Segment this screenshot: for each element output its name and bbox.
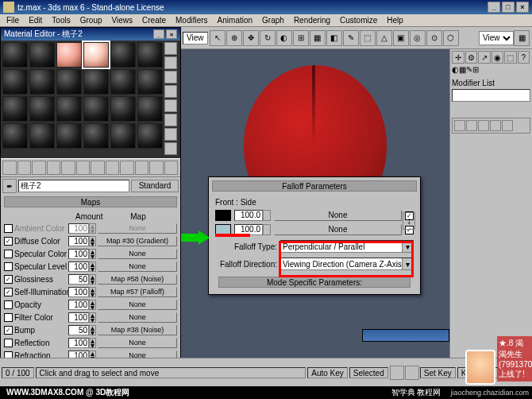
material-swatch[interactable] bbox=[137, 42, 163, 68]
modifier-stack-button[interactable] bbox=[502, 120, 513, 131]
map-amount-input[interactable]: 100 bbox=[68, 338, 89, 348]
material-swatch[interactable] bbox=[2, 123, 28, 149]
spinner[interactable]: ▴▾ bbox=[89, 223, 96, 234]
swatch-tool-button[interactable] bbox=[164, 85, 177, 98]
menu-animation[interactable]: Animation bbox=[213, 16, 257, 25]
maps-rollout-title[interactable]: Maps bbox=[4, 196, 177, 207]
map-slot-button[interactable]: Map #38 (Noise) bbox=[98, 325, 177, 335]
spinner[interactable]: ▴▾ bbox=[89, 274, 96, 285]
material-tool-button[interactable] bbox=[17, 161, 32, 175]
material-swatch[interactable] bbox=[83, 42, 109, 68]
map-slot-button[interactable]: None bbox=[98, 312, 177, 323]
material-tool-button[interactable] bbox=[47, 161, 61, 175]
maximize-button[interactable]: □ bbox=[502, 2, 515, 13]
menu-rendering[interactable]: Rendering bbox=[289, 16, 335, 25]
close-button[interactable]: × bbox=[516, 2, 529, 13]
timeline-slider[interactable] bbox=[362, 329, 449, 342]
material-tool-button[interactable] bbox=[91, 161, 105, 175]
map-checkbox[interactable] bbox=[4, 250, 13, 258]
auto-key-button[interactable]: Auto Key bbox=[307, 367, 348, 378]
falloff-type-dropdown[interactable]: Perpendicular / Parallel ▾ bbox=[280, 240, 414, 253]
spinner[interactable]: ▴▾ bbox=[89, 249, 96, 259]
swatch-tool-button[interactable] bbox=[164, 114, 177, 126]
map-checkbox[interactable]: ✓ bbox=[4, 326, 13, 335]
viewport-tool-button[interactable]: ◐ bbox=[276, 30, 292, 46]
map-checkbox[interactable]: ✓ bbox=[4, 275, 13, 284]
menu-edit[interactable]: Edit bbox=[24, 16, 47, 25]
spinner[interactable]: ▴▾ bbox=[89, 287, 96, 297]
map-checkbox[interactable] bbox=[4, 262, 13, 271]
material-swatch[interactable] bbox=[56, 96, 82, 122]
menu-graph[interactable]: Graph bbox=[257, 16, 289, 25]
material-swatch[interactable] bbox=[2, 96, 28, 122]
material-tool-button[interactable] bbox=[32, 161, 46, 175]
material-tool-button[interactable] bbox=[106, 161, 120, 175]
material-tool-button[interactable] bbox=[120, 161, 134, 175]
material-tool-button[interactable] bbox=[76, 161, 91, 175]
command-panel-tab[interactable]: ⚙ bbox=[465, 51, 478, 64]
viewport-tool-button[interactable]: ⊞ bbox=[293, 30, 309, 46]
map-amount-input[interactable]: 50 bbox=[68, 325, 89, 335]
material-swatch[interactable] bbox=[110, 69, 136, 95]
menu-tools[interactable]: Tools bbox=[47, 16, 75, 25]
qq-avatar-icon[interactable] bbox=[465, 350, 495, 385]
material-tool-button[interactable] bbox=[149, 161, 164, 175]
map-amount-input[interactable]: 100 bbox=[68, 287, 89, 297]
map-amount-input[interactable]: 50 bbox=[68, 274, 89, 285]
menu-views[interactable]: Views bbox=[107, 16, 138, 25]
material-swatch[interactable] bbox=[110, 42, 136, 68]
viewport-tool-button[interactable]: ▦ bbox=[310, 30, 326, 46]
menu-create[interactable]: Create bbox=[137, 16, 171, 25]
viewport-tool-button[interactable]: ⬡ bbox=[443, 30, 459, 46]
map-slot-button[interactable]: Map #57 (Falloff) bbox=[98, 287, 177, 297]
key-button[interactable] bbox=[405, 366, 419, 380]
spinner[interactable]: ▴▾ bbox=[89, 312, 96, 323]
swatch-tool-button[interactable] bbox=[164, 42, 177, 55]
map-slot-button[interactable]: None bbox=[98, 300, 177, 310]
qq-notification[interactable]: ★.8 渴渴先生 (799137084)上线了! bbox=[497, 336, 532, 382]
material-type-button[interactable]: Standard bbox=[131, 180, 179, 192]
map-amount-input[interactable]: 100 bbox=[68, 223, 89, 234]
material-name-input[interactable] bbox=[18, 180, 129, 192]
viewport-config-button[interactable]: ▦ bbox=[514, 30, 530, 46]
map-checkbox[interactable] bbox=[4, 224, 13, 233]
command-panel-tab[interactable]: ⬚ bbox=[504, 51, 517, 64]
material-swatch[interactable] bbox=[56, 69, 82, 95]
viewport-tool-button[interactable]: ⊙ bbox=[426, 30, 442, 46]
command-panel-subtab[interactable]: ✎ bbox=[466, 65, 472, 74]
falloff-direction-dropdown[interactable]: Viewing Direction (Camera Z-Axis) ▾ bbox=[280, 258, 414, 270]
set-key-button[interactable]: Set Key bbox=[420, 367, 456, 378]
material-swatch[interactable] bbox=[137, 69, 163, 95]
swatch-tool-button[interactable] bbox=[164, 142, 177, 155]
map-amount-input[interactable]: 100 bbox=[68, 236, 89, 246]
map-slot-button[interactable]: None bbox=[98, 223, 177, 234]
viewport-tool-button[interactable]: ◎ bbox=[410, 30, 426, 46]
viewport-tool-button[interactable]: ✥ bbox=[243, 30, 259, 46]
falloff-map-button[interactable]: None bbox=[274, 224, 402, 235]
modifier-stack-button[interactable] bbox=[466, 120, 477, 131]
material-swatch[interactable] bbox=[83, 123, 109, 149]
eyedropper-button[interactable]: ✒ bbox=[2, 179, 17, 193]
material-tool-button[interactable] bbox=[135, 161, 149, 175]
swatch-tool-button[interactable] bbox=[164, 99, 177, 112]
material-swatch[interactable] bbox=[56, 123, 82, 149]
viewport-tool-button[interactable]: ▣ bbox=[393, 30, 409, 46]
material-tool-button[interactable] bbox=[2, 161, 17, 175]
viewport-tool-button[interactable]: ↖ bbox=[210, 30, 226, 46]
material-swatch[interactable] bbox=[137, 123, 163, 149]
material-swatch[interactable] bbox=[29, 69, 55, 95]
material-swatch[interactable] bbox=[29, 123, 55, 149]
spinner[interactable] bbox=[263, 224, 271, 235]
mat-close-button[interactable]: × bbox=[166, 29, 177, 39]
map-checkbox[interactable] bbox=[4, 339, 13, 347]
menu-modifiers[interactable]: Modifiers bbox=[171, 16, 213, 25]
map-checkbox[interactable] bbox=[4, 300, 13, 309]
falloff-map-button[interactable]: None bbox=[274, 210, 402, 221]
viewport-tool-button[interactable]: ◧ bbox=[326, 30, 342, 46]
swatch-tool-button[interactable] bbox=[164, 128, 177, 141]
command-panel-subtab[interactable]: ◐ bbox=[452, 65, 459, 74]
play-button[interactable] bbox=[390, 366, 404, 380]
viewport-tool-button[interactable]: ⊕ bbox=[226, 30, 242, 46]
material-swatch[interactable] bbox=[29, 96, 55, 122]
map-slot-button[interactable]: None bbox=[98, 249, 177, 259]
